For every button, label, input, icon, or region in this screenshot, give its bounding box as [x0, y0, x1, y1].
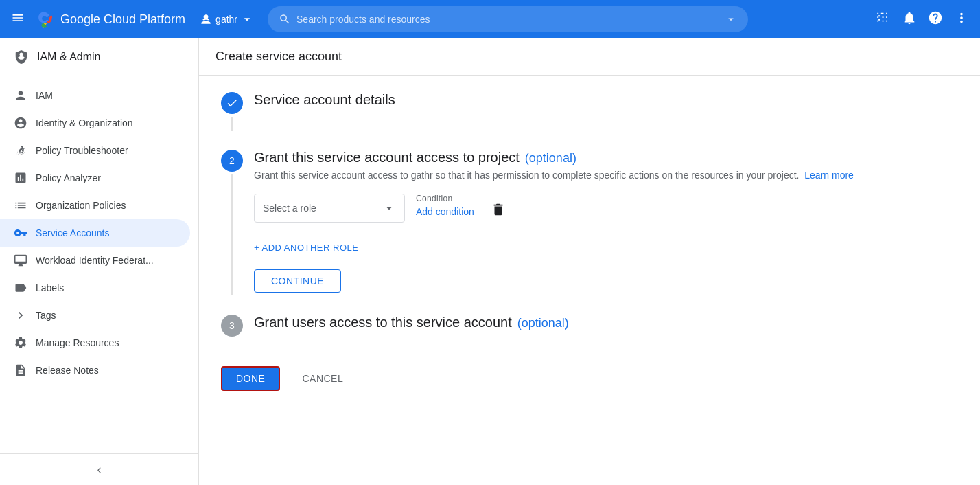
page-content: Service account details 2 Grant this ser…: [199, 76, 980, 418]
sidebar-item-policy-analyzer[interactable]: Policy Analyzer: [0, 164, 190, 192]
search-bar[interactable]: [268, 6, 748, 32]
step-2-title: Grant this service account access to pro…: [254, 150, 520, 166]
step-3-circle: 3: [221, 315, 243, 337]
chevron-right-icon: [14, 308, 27, 322]
step-3-title-row: Grant users access to this service accou…: [254, 315, 958, 330]
sidebar-item-policy-troubleshooter[interactable]: Policy Troubleshooter: [0, 137, 190, 164]
monitor-icon: [14, 253, 27, 267]
add-condition-link[interactable]: Add condition: [416, 206, 474, 217]
sidebar-item-workload-identity[interactable]: Workload Identity Federat...: [0, 247, 190, 274]
step-3-optional: (optional): [517, 316, 569, 330]
sidebar-item-release-notes[interactable]: Release Notes: [0, 357, 190, 384]
topbar-actions: [873, 8, 972, 32]
sidebar-header-title: IAM & Admin: [37, 51, 100, 63]
policy-troubleshooter-label: Policy Troubleshooter: [36, 145, 128, 156]
bottom-actions: DONE CANCEL: [221, 355, 958, 402]
main-layout: IAM & Admin IAM Identity & Organization …: [0, 38, 980, 485]
sidebar: IAM & Admin IAM Identity & Organization …: [0, 38, 199, 485]
tags-label: Tags: [36, 310, 56, 321]
step-2-line: [231, 174, 233, 295]
step-3-body: Grant users access to this service accou…: [254, 315, 958, 339]
policy-analyzer-label: Policy Analyzer: [36, 172, 101, 183]
step-1: Service account details: [221, 92, 958, 133]
role-select-arrow-icon: [382, 201, 396, 215]
labels-label: Labels: [36, 282, 64, 293]
project-dropdown-icon: [240, 12, 254, 26]
sidebar-item-iam[interactable]: IAM: [0, 82, 190, 109]
search-icon: [279, 13, 291, 25]
step-2-indicator: 2: [221, 150, 243, 298]
role-select[interactable]: Select a role: [254, 194, 405, 223]
svg-point-0: [204, 14, 209, 19]
step-1-circle: [221, 92, 243, 114]
sidebar-item-manage-resources[interactable]: Manage Resources: [0, 329, 190, 357]
step-3-number: 3: [229, 320, 235, 331]
settings-icon: [14, 336, 27, 350]
condition-label: Condition: [416, 194, 474, 203]
analytics-icon: [14, 171, 27, 185]
step-2: 2 Grant this service account access to p…: [221, 150, 958, 298]
project-name: gathr: [215, 14, 237, 25]
app-logo: Google Cloud Platform: [36, 10, 185, 29]
label-icon: [14, 281, 27, 295]
sidebar-item-tags[interactable]: Tags: [0, 302, 190, 329]
done-button[interactable]: DONE: [221, 366, 280, 391]
notifications-icon[interactable]: [899, 8, 920, 32]
cancel-button[interactable]: CANCEL: [291, 368, 354, 390]
checkmark-icon: [226, 97, 238, 109]
step-2-circle: 2: [221, 150, 243, 172]
step-2-body: Grant this service account access to pro…: [254, 150, 958, 298]
sidebar-header: IAM & Admin: [0, 38, 198, 76]
key-icon: [14, 226, 27, 240]
iam-label: IAM: [36, 90, 53, 101]
hamburger-menu-icon[interactable]: [8, 8, 27, 31]
step-3-title: Grant users access to this service accou…: [254, 315, 512, 330]
add-another-role-button[interactable]: + ADD ANOTHER ROLE: [254, 237, 958, 258]
search-input[interactable]: [296, 14, 719, 25]
condition-section: Condition Add condition: [416, 194, 474, 217]
role-row: Select a role Condition Add condition: [254, 194, 958, 226]
wrench-icon: [14, 144, 27, 157]
workload-identity-label: Workload Identity Federat...: [36, 255, 154, 266]
topbar: Google Cloud Platform gathr: [0, 0, 980, 38]
step-1-title: Service account details: [254, 92, 958, 108]
sidebar-item-service-accounts[interactable]: Service Accounts: [0, 219, 190, 247]
main-content: Create service account Service account d…: [199, 38, 980, 485]
add-another-role-label: + ADD ANOTHER ROLE: [254, 242, 358, 253]
delete-role-button[interactable]: [485, 196, 511, 226]
step-1-body: Service account details: [254, 92, 958, 133]
learn-more-link[interactable]: Learn more: [804, 170, 854, 181]
more-vert-icon[interactable]: [951, 8, 972, 32]
apps-icon[interactable]: [873, 8, 894, 32]
page-title: Create service account: [215, 49, 342, 63]
page-header: Create service account: [199, 38, 980, 76]
google-cloud-logo-icon: [36, 10, 55, 29]
account-circle-icon: [14, 116, 27, 130]
iam-admin-icon: [14, 49, 29, 65]
release-notes-label: Release Notes: [36, 365, 99, 376]
step-3: 3 Grant users access to this service acc…: [221, 315, 958, 339]
manage-resources-label: Manage Resources: [36, 337, 119, 348]
person-icon: [14, 89, 27, 102]
org-policies-label: Organization Policies: [36, 200, 126, 211]
help-icon[interactable]: [925, 8, 946, 32]
sidebar-item-labels[interactable]: Labels: [0, 274, 190, 302]
sidebar-item-identity-org[interactable]: Identity & Organization: [0, 109, 190, 137]
step-2-title-row: Grant this service account access to pro…: [254, 150, 958, 166]
sidebar-item-org-policies[interactable]: Organization Policies: [0, 192, 190, 219]
service-accounts-label: Service Accounts: [36, 227, 109, 238]
step-2-optional: (optional): [525, 151, 576, 166]
delete-icon: [491, 202, 506, 217]
project-selector[interactable]: gathr: [199, 12, 254, 26]
app-title: Google Cloud Platform: [60, 12, 185, 27]
sidebar-collapse-button[interactable]: ‹: [0, 453, 198, 485]
collapse-icon: ‹: [97, 462, 102, 477]
step-2-number: 2: [229, 155, 235, 166]
list-icon: [14, 199, 27, 212]
continue-button[interactable]: CONTINUE: [254, 269, 341, 293]
step-1-line: [231, 117, 233, 131]
role-select-placeholder: Select a role: [263, 203, 316, 214]
identity-org-label: Identity & Organization: [36, 117, 133, 128]
search-expand-icon: [725, 13, 737, 25]
description-icon: [14, 363, 27, 377]
